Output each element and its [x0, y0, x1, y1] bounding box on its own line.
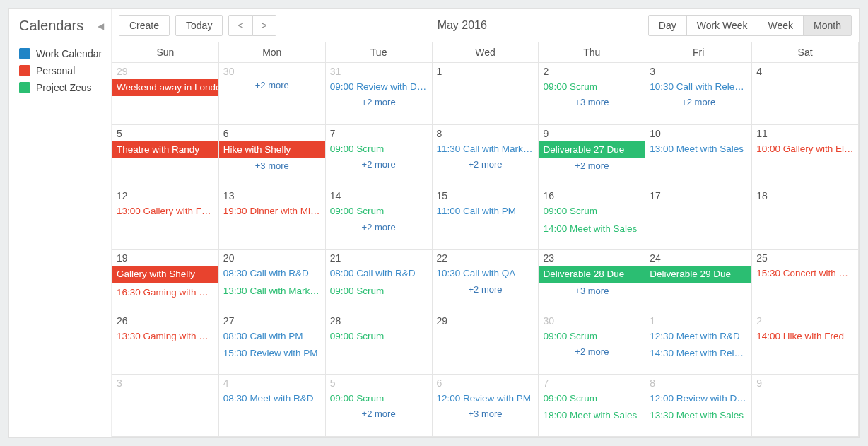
calendar-item[interactable]: Work Calendar — [19, 48, 104, 59]
event[interactable]: 19:30 Dinner with Mitch — [219, 203, 325, 220]
event[interactable]: 13:30 Meet with Sales — [645, 407, 751, 424]
event[interactable]: 09:00 Review with Dev… — [326, 78, 432, 95]
event[interactable]: 09:00 Scrum — [326, 203, 432, 220]
day-cell[interactable]: 209:00 Scrum+3 more — [539, 63, 645, 125]
day-cell[interactable]: 23Deliverable 28 Due+3 more — [539, 250, 645, 312]
prev-button[interactable]: < — [228, 15, 252, 36]
calendar-item[interactable]: Personal — [19, 65, 104, 76]
more-events-link[interactable]: +3 more — [433, 407, 539, 421]
event[interactable]: 11:30 Call with Marketi… — [433, 141, 539, 158]
event[interactable]: 08:30 Call with R&D — [219, 265, 325, 282]
day-cell[interactable]: 112:30 Meet with R&D14:30 Meet with Rele… — [645, 312, 752, 375]
day-cell[interactable]: 2515:30 Concert with Sh… — [752, 250, 859, 312]
day-cell[interactable]: 709:00 Scrum+2 more — [326, 125, 433, 187]
event[interactable]: 13:30 Gaming with Ra… — [112, 328, 218, 345]
view-week-button[interactable]: Week — [758, 15, 804, 36]
event[interactable]: Weekend away in London — [112, 79, 219, 96]
collapse-sidebar-icon[interactable]: ◀ — [98, 21, 104, 31]
day-cell[interactable]: 1013:00 Meet with Sales — [645, 125, 752, 187]
event[interactable]: 09:00 Scrum — [539, 203, 645, 220]
event[interactable]: 10:30 Call with Release — [645, 78, 751, 95]
day-cell[interactable]: 1110:00 Gallery with Elena — [752, 125, 859, 187]
day-cell[interactable]: 3109:00 Review with Dev…+2 more — [326, 63, 433, 125]
event[interactable]: 09:00 Scrum — [326, 141, 432, 158]
more-events-link[interactable]: +3 more — [539, 95, 645, 109]
more-events-link[interactable]: +2 more — [326, 158, 432, 171]
more-events-link[interactable]: +3 more — [219, 159, 325, 172]
view-workweek-button[interactable]: Work Week — [686, 15, 758, 36]
day-cell[interactable]: 3009:00 Scrum+2 more — [539, 312, 645, 375]
event[interactable]: 08:00 Call with R&D — [326, 265, 432, 282]
more-events-link[interactable]: +2 more — [433, 158, 539, 171]
day-cell[interactable]: 2809:00 Scrum — [326, 312, 433, 375]
day-cell[interactable]: 18 — [752, 187, 859, 250]
event[interactable]: Hike with Shelly — [219, 141, 325, 158]
event[interactable]: 13:00 Meet with Sales — [645, 141, 751, 158]
event[interactable]: 16:30 Gaming with Mit… — [112, 284, 218, 301]
day-cell[interactable]: 2613:30 Gaming with Ra… — [112, 312, 219, 375]
event[interactable]: Deliverable 29 Due — [645, 266, 751, 283]
event[interactable]: 14:00 Meet with Sales — [539, 221, 645, 237]
day-cell[interactable]: 1609:00 Scrum14:00 Meet with Sales — [539, 187, 645, 250]
day-cell[interactable]: 3 — [112, 375, 219, 437]
day-cell[interactable]: 5Theatre with Randy — [112, 125, 219, 187]
day-cell[interactable]: 9Deliverable 27 Due+2 more — [539, 125, 645, 187]
event[interactable]: 13:00 Gallery with Fred — [112, 203, 218, 220]
day-cell[interactable]: 19Gallery with Shelly16:30 Gaming with M… — [112, 250, 219, 312]
day-cell[interactable]: 29 — [433, 312, 539, 375]
day-cell[interactable]: 2708:30 Call with PM15:30 Review with PM — [219, 312, 326, 375]
event[interactable]: Deliverable 27 Due — [539, 141, 645, 158]
create-button[interactable]: Create — [119, 15, 170, 36]
day-cell[interactable]: 509:00 Scrum+2 more — [326, 375, 433, 437]
event[interactable]: 14:00 Hike with Fred — [752, 328, 858, 345]
event[interactable]: 09:00 Scrum — [539, 328, 645, 345]
event[interactable]: 09:00 Scrum — [326, 390, 432, 407]
day-cell[interactable]: 2108:00 Call with R&D09:00 Scrum — [326, 250, 433, 312]
calendar-item[interactable]: Project Zeus — [19, 82, 104, 93]
day-cell[interactable]: 1213:00 Gallery with Fred — [112, 187, 219, 250]
day-cell[interactable]: 4 — [752, 63, 859, 125]
view-month-button[interactable]: Month — [803, 15, 852, 36]
event[interactable]: 12:00 Review with Dev… — [645, 390, 751, 407]
day-cell[interactable]: 2008:30 Call with R&D13:30 Call with Mar… — [219, 250, 326, 312]
view-day-button[interactable]: Day — [648, 15, 687, 36]
event[interactable]: Theatre with Randy — [112, 141, 218, 158]
day-cell[interactable]: 408:30 Meet with R&D — [219, 375, 326, 437]
day-cell[interactable]: 24Deliverable 29 Due — [645, 250, 752, 312]
more-events-link[interactable]: +2 more — [645, 95, 751, 109]
day-cell[interactable]: 811:30 Call with Marketi…+2 more — [433, 125, 539, 187]
event[interactable]: 11:00 Call with PM — [433, 203, 539, 220]
more-events-link[interactable]: +2 more — [326, 221, 432, 234]
more-events-link[interactable]: +2 more — [539, 345, 645, 358]
day-cell[interactable]: 17 — [645, 187, 752, 250]
day-cell[interactable]: 1409:00 Scrum+2 more — [326, 187, 433, 250]
event[interactable]: 10:00 Gallery with Elena — [752, 141, 858, 158]
day-cell[interactable]: 612:00 Review with PM+3 more — [433, 375, 539, 437]
event[interactable]: 12:30 Meet with R&D — [645, 328, 751, 345]
more-events-link[interactable]: +2 more — [539, 159, 645, 172]
more-events-link[interactable]: +2 more — [433, 283, 539, 296]
event[interactable]: 09:00 Scrum — [326, 328, 432, 345]
event[interactable]: 15:30 Concert with Sh… — [752, 265, 858, 282]
more-events-link[interactable]: +2 more — [326, 95, 432, 109]
event[interactable]: 08:30 Call with PM — [219, 328, 325, 345]
day-cell[interactable]: 30+2 more — [219, 63, 326, 125]
day-cell[interactable]: 310:30 Call with Release+2 more — [645, 63, 752, 125]
day-cell[interactable]: 1 — [433, 63, 539, 125]
event[interactable]: 12:00 Review with PM — [433, 390, 539, 407]
event[interactable]: 09:00 Scrum — [539, 390, 645, 407]
event[interactable]: 10:30 Call with QA — [433, 265, 539, 282]
day-cell[interactable]: 2210:30 Call with QA+2 more — [433, 250, 539, 312]
day-cell[interactable]: 1511:00 Call with PM — [433, 187, 539, 250]
event[interactable]: 08:30 Meet with R&D — [219, 390, 325, 407]
day-cell[interactable]: 214:00 Hike with Fred — [752, 312, 859, 375]
more-events-link[interactable]: +2 more — [219, 78, 325, 92]
event[interactable]: 09:00 Scrum — [326, 283, 432, 300]
event[interactable]: 14:30 Meet with Relea… — [645, 345, 751, 362]
day-cell[interactable]: 1319:30 Dinner with Mitch — [219, 187, 326, 250]
more-events-link[interactable]: +3 more — [539, 284, 645, 298]
event[interactable]: 13:30 Call with Marketi… — [219, 283, 325, 300]
day-cell[interactable]: 812:00 Review with Dev…13:30 Meet with S… — [645, 375, 752, 437]
next-button[interactable]: > — [252, 15, 276, 36]
event[interactable]: 15:30 Review with PM — [219, 345, 325, 362]
